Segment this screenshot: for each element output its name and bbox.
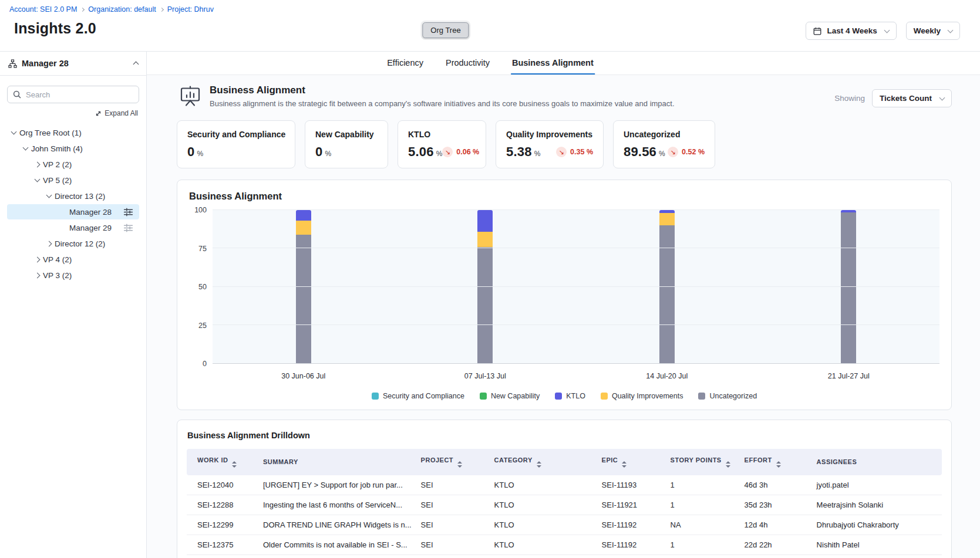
column-header-summary[interactable]: SUMMARY [258,449,416,475]
column-header-effort[interactable]: EFFORT [740,449,812,475]
chart-bar[interactable] [296,210,311,363]
chart-bar[interactable] [841,210,856,363]
kpi-value-row: 5.06%↘0.06 % [408,144,476,160]
expand-all-link[interactable]: Expand All [0,109,138,117]
tree-item-manager-29[interactable]: Manager 29 [7,220,139,235]
tree-item-label: John Smith (4) [31,144,139,153]
tab-efficiency[interactable]: Efficiency [386,52,425,75]
tab-productivity[interactable]: Productivity [444,52,491,75]
tree-item-vp-3-2[interactable]: VP 3 (2) [7,268,139,283]
presentation-chart-icon [179,86,201,107]
legend-item[interactable]: Quality Improvements [601,392,683,400]
breadcrumb-link[interactable]: Account: SEI 2.0 PM [9,5,77,13]
table-cell: SEI-12375 [187,535,258,554]
legend-item[interactable]: KTLO [555,392,585,400]
chart-legend: Security and ComplianceNew CapabilityKTL… [189,392,939,400]
kpi-value-row: 0% [187,144,285,160]
y-tick-label: 75 [198,245,207,253]
table-row[interactable]: SEI-12299DORA TREND LINE GRAPH Widgets i… [187,515,942,535]
sort-icon[interactable] [232,461,237,468]
chevron-down-icon[interactable] [46,192,52,198]
breadcrumb-link[interactable]: Organization: default [88,5,156,13]
date-range-dropdown[interactable]: Last 4 Weeks [806,22,896,40]
chevron-right-icon[interactable] [35,161,41,167]
legend-swatch [480,393,487,400]
table-cell: 1 [666,475,740,495]
section-header: Business Alignment Business alignment is… [177,84,952,108]
kpi-card-security-and-compliance: Security and Compliance0% [177,120,295,168]
kpi-delta-badge: ↘0.35 % [556,147,593,157]
interval-dropdown[interactable]: Weekly [906,22,960,40]
collapse-sidebar-icon[interactable] [133,62,139,67]
tree-item-john-smith-4[interactable]: John Smith (4) [7,141,139,156]
org-tree: Org Tree Root (1)John Smith (4)VP 2 (2)V… [0,122,146,283]
header-controls: Last 4 Weeks Weekly [806,22,960,40]
table-cell: 22d 22h [740,535,812,554]
kpi-delta-value: 0.52 % [682,148,705,156]
column-header-label: ASSIGNEES [817,458,857,465]
section-description: Business alignment is the strategic fit … [210,99,675,108]
table-row[interactable]: SEI-12040[URGENT] EY > Support for job r… [187,475,942,495]
legend-item[interactable]: Security and Compliance [372,392,464,400]
org-tree-button[interactable]: Org Tree [422,22,469,38]
legend-item[interactable]: New Capability [480,392,540,400]
sort-icon[interactable] [726,461,730,468]
column-header-category[interactable]: CATEGORY [490,449,597,475]
legend-label: Security and Compliance [383,392,464,400]
legend-item[interactable]: Uncategorized [698,392,757,400]
chevron-down-icon[interactable] [35,177,41,182]
column-header-epic[interactable]: EPIC [597,449,666,475]
kpi-value: 0 [187,144,194,160]
chevron-right-icon[interactable] [35,272,41,278]
table-cell: DORA TREND LINE GRAPH Widgets is n... [258,515,416,535]
legend-label: New Capability [491,392,540,400]
breadcrumb-link[interactable]: Project: Dhruv [167,5,214,13]
table-row[interactable]: SEI-12375Older Commits is not available … [187,535,942,554]
tree-item-director-13-2[interactable]: Director 13 (2) [7,188,139,204]
page-title: Insights 2.0 [14,20,96,37]
tree-item-label: VP 3 (2) [43,271,139,280]
sort-icon[interactable] [457,461,462,468]
sort-icon[interactable] [537,461,541,468]
tree-item-org-tree-root-1[interactable]: Org Tree Root (1) [7,125,139,140]
chevron-down-icon[interactable] [11,129,17,135]
sort-icon[interactable] [776,461,781,468]
chevron-right-icon[interactable] [46,241,52,246]
column-header-project[interactable]: PROJECT [416,449,490,475]
tree-item-label: Director 13 (2) [55,192,139,201]
chevron-down-icon[interactable] [23,145,29,151]
tree-item-manager-28[interactable]: Manager 28 [7,204,139,219]
showing-label: Showing [834,94,865,103]
y-tick-label: 0 [203,360,207,368]
kpi-unit: % [197,150,203,158]
table-row[interactable]: SEI-12295EY > Verify if ingestion is wor… [187,554,942,558]
tree-item-vp-4-2[interactable]: VP 4 (2) [7,252,139,267]
tab-business-alignment[interactable]: Business Alignment [511,52,595,75]
showing-dropdown[interactable]: Tickets Count [872,89,952,107]
column-header-assignees[interactable]: ASSIGNEES [812,449,942,475]
kpi-delta-value: 0.35 % [570,148,593,156]
legend-label: Quality Improvements [612,392,683,400]
column-header-work-id[interactable]: WORK ID [187,449,258,475]
column-header-label: STORY POINTS [671,456,722,464]
chart-bar[interactable] [659,210,675,363]
tree-item-vp-5-2[interactable]: VP 5 (2) [7,173,139,188]
legend-swatch [372,393,379,400]
sort-icon[interactable] [622,461,627,468]
chart-bar[interactable] [477,210,493,363]
legend-label: Uncategorized [709,392,757,400]
chart-bar-segment [659,213,675,225]
tree-item-vp-2-2[interactable]: VP 2 (2) [7,157,139,172]
sidebar-search[interactable] [7,86,139,103]
column-header-story-points[interactable]: STORY POINTS [666,449,740,475]
table-cell: Ingesting the last 6 months of ServiceN.… [258,495,416,515]
chevron-right-icon[interactable] [35,256,41,262]
filter-sliders-icon[interactable] [123,207,133,217]
filter-sliders-icon[interactable] [123,223,133,233]
x-tick-label: 14 Jul-20 Jul [576,372,758,380]
search-input[interactable] [26,90,133,99]
kpi-delta-value: 0.06 % [456,148,479,156]
table-row[interactable]: SEI-12288Ingesting the last 6 months of … [187,495,942,515]
tree-item-director-12-2[interactable]: Director 12 (2) [7,236,139,251]
kpi-value: 5.38 [506,144,532,160]
